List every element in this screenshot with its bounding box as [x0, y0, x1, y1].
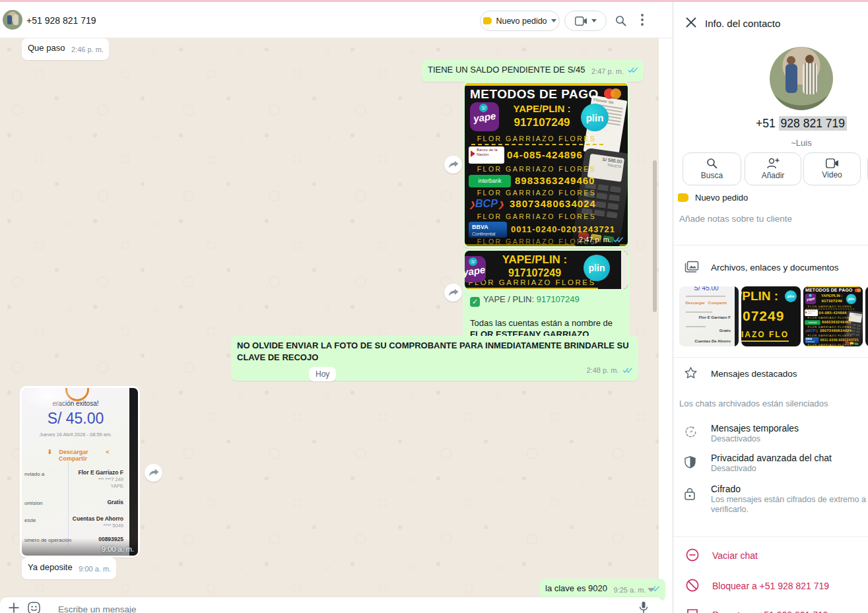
- receipt-value: Gratis: [107, 499, 123, 505]
- message-time: 2:47 p. m.: [591, 67, 624, 75]
- mastercard-logo-icon: [604, 88, 622, 100]
- shield-icon: [684, 456, 696, 468]
- caret-down-icon: [591, 19, 597, 22]
- media-section-row[interactable]: Archivos, enlaces y documentos: [711, 263, 839, 273]
- media-thumbnail-plin[interactable]: plin /PLIN : 07249 IAZO FLO: [741, 286, 801, 346]
- block-contact-action[interactable]: Bloquear a +51 928 821 719: [712, 581, 829, 591]
- encryption-row[interactable]: Cifrado: [711, 484, 741, 494]
- image-message-time: 2:47 p. m.: [579, 236, 624, 243]
- check-emoji-icon: ✓: [470, 297, 480, 307]
- incoming-image-message[interactable]: eración exitosa! S/ 45.00 Jueves 16 Abri…: [20, 386, 140, 558]
- receipt-label: nviado a: [24, 471, 44, 477]
- receipt-label: esde: [24, 517, 36, 523]
- folder-media-icon: [684, 261, 699, 273]
- report-icon: [686, 608, 699, 613]
- contact-push-name: ~Luis: [673, 138, 868, 148]
- selected-phone-text: 928 821 719: [779, 116, 847, 131]
- message-input[interactable]: [57, 604, 521, 613]
- contact-profile-photo[interactable]: [770, 47, 833, 110]
- media-thumbnail-receipt[interactable]: S/ 45.00 Descargar Compartir Flor E Garr…: [679, 286, 739, 346]
- receipt-label: omisión: [24, 500, 43, 506]
- encryption-description-2: verificarlo.: [711, 505, 749, 514]
- chat-scrollbar[interactable]: [653, 160, 657, 312]
- receipt-value: Flor E Garriazo F *** ***7 249 YAPE: [79, 469, 124, 489]
- forward-button[interactable]: [444, 284, 462, 302]
- advanced-privacy-status: Desactivado: [711, 464, 756, 473]
- payment-methods-image: METODOS DE PAGO S/yape YAPE/PLIN : 91710…: [465, 83, 628, 246]
- advanced-privacy-row[interactable]: Privacidad avanzada del chat: [711, 453, 832, 463]
- search-icon[interactable]: [615, 15, 626, 26]
- button-label: Video: [822, 170, 842, 179]
- button-label: Añadir: [762, 171, 785, 180]
- sticker-icon[interactable]: [28, 602, 40, 613]
- chat-header: +51 928 821 719 Nuevo pedido: [0, 2, 672, 38]
- account-owner: FLOR GARRIAZO FLORES: [465, 189, 609, 197]
- yape-logo-icon: S/yape: [465, 256, 486, 282]
- banco-nacion-logo-icon: Banco de la Nación: [469, 146, 504, 164]
- chat-column: +51 928 821 719 Nuevo pedido Que paso 2:…: [0, 2, 672, 613]
- incoming-message[interactable]: Que paso 2:46 p. m.: [22, 38, 109, 60]
- contact-name[interactable]: +51 928 821 719: [26, 15, 96, 26]
- plus-icon[interactable]: [8, 602, 20, 613]
- disappearing-messages-status: Desactivados: [711, 434, 760, 443]
- client-notes-placeholder[interactable]: Añade notas sobre tu cliente: [679, 214, 792, 224]
- close-icon[interactable]: [685, 16, 697, 28]
- tag-icon: [678, 193, 688, 202]
- receipt-value: Cuentas De Ahorro **** 5049: [73, 515, 123, 529]
- kebab-menu-icon[interactable]: [641, 14, 644, 26]
- interbank-account-number: 8983363249460: [515, 175, 595, 186]
- message-text: la clave es 9020: [545, 583, 607, 593]
- report-contact-action[interactable]: Reportar a +51 928 821 719: [712, 610, 828, 613]
- outgoing-message[interactable]: TIENE UN SALDO PENDIENTE DE S/45 2:47 p.…: [422, 60, 644, 82]
- forward-button[interactable]: [145, 464, 162, 482]
- media-thumbnail-metodos[interactable]: METODOS DE PAGO S/yape YAPE/PLIN : 91710…: [803, 286, 863, 346]
- outgoing-message[interactable]: NO OLVIDE ENVIAR LA FOTO DE SU COMPROBAN…: [231, 336, 638, 381]
- receipt-date: Jueves 16 Abril 2026 - 08:59 am.: [22, 432, 129, 437]
- button-label: Busca: [701, 171, 723, 180]
- lock-icon: [684, 488, 695, 500]
- video-camera-icon: [575, 16, 587, 26]
- receipt-actions: ⬇ Descargar < Compartir: [22, 449, 129, 462]
- interbank-logo-icon: interbank: [469, 175, 511, 187]
- message-time: 2:46 p. m.: [71, 46, 104, 53]
- timer-icon: [684, 426, 697, 438]
- star-icon: [684, 367, 697, 379]
- image-message-time: 9:00 a. m.: [102, 545, 134, 553]
- contact-phone: +51 928 821 719: [673, 117, 868, 131]
- message-time: 2:48 p. m.: [586, 366, 618, 374]
- yape-plin-number: 917107249: [503, 116, 581, 129]
- starred-messages-row[interactable]: Mensajes destacados: [711, 369, 797, 379]
- message-text: Que paso: [28, 43, 65, 53]
- plin-logo-icon: plin: [581, 104, 609, 131]
- incoming-message[interactable]: Ya deposite 9:00 a. m.: [22, 558, 116, 579]
- scroll-down-icon[interactable]: [648, 588, 654, 592]
- disappearing-messages-row[interactable]: Mensajes temporales: [711, 423, 799, 434]
- video-call-button[interactable]: Video: [803, 152, 861, 185]
- caret-down-icon: [551, 19, 556, 22]
- caption-number[interactable]: 917107249: [537, 294, 580, 304]
- message-time: 9:00 a. m.: [79, 565, 111, 573]
- media-thumbnail-partial[interactable]: [865, 286, 868, 346]
- order-status-button[interactable]: Nuevo pedido: [480, 11, 560, 31]
- plin-logo-icon: plin: [584, 255, 610, 281]
- clear-chat-action[interactable]: Vaciar chat: [712, 550, 758, 561]
- message-text: Ya deposite: [28, 562, 73, 572]
- search-icon: [706, 158, 718, 169]
- search-chat-button[interactable]: Busca: [683, 152, 741, 185]
- plin-logo-icon: plin: [785, 290, 797, 302]
- order-label: Nuevo pedido: [695, 193, 748, 203]
- double-check-icon: [628, 67, 638, 73]
- archived-note: Los chats archivados están silenciados: [679, 399, 828, 408]
- mic-icon[interactable]: [639, 601, 648, 613]
- block-icon: [686, 579, 699, 592]
- contact-avatar[interactable]: [3, 10, 22, 30]
- order-label-row[interactable]: Nuevo pedido: [678, 193, 748, 203]
- yape-plin-number: 917107249: [488, 267, 581, 279]
- yape-plin-banner-image: S/yape YAPE/PLIN : 917107249 plin FLOR G…: [465, 251, 628, 289]
- add-contact-button[interactable]: Añadir: [745, 152, 801, 185]
- caption-label: YAPE / PLIN:: [483, 294, 534, 304]
- yape-plin-label: YAPE/PLIN :: [503, 103, 581, 114]
- outgoing-image-message[interactable]: METODOS DE PAGO S/yape YAPE/PLIN : 91710…: [463, 81, 630, 248]
- video-call-button[interactable]: [564, 11, 607, 31]
- forward-button[interactable]: [444, 156, 462, 174]
